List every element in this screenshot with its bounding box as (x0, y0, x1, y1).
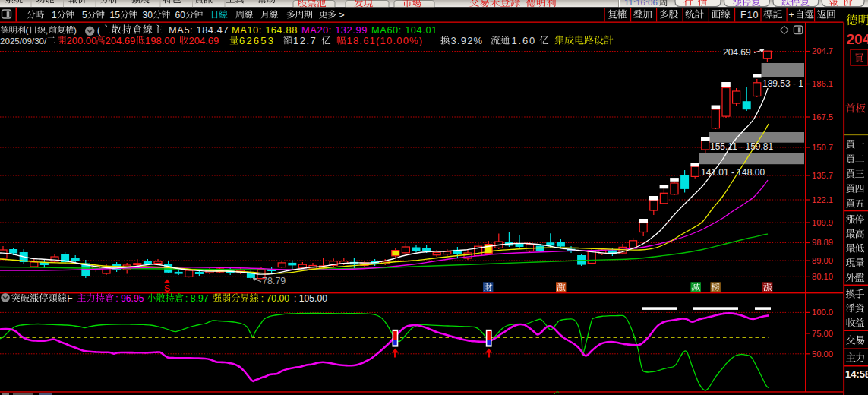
svg-text:204.69: 204.69 (106, 35, 136, 46)
svg-text:204.69: 204.69 (723, 47, 751, 58)
svg-text:,: , (46, 26, 48, 35)
svg-text:78.79: 78.79 (262, 276, 286, 286)
svg-text:30: 30 (143, 10, 153, 21)
svg-text:15: 15 (110, 10, 121, 21)
svg-text:60: 60 (175, 10, 186, 21)
svg-text:1: 1 (52, 10, 57, 21)
svg-text:100.0: 100.0 (812, 308, 833, 317)
svg-text:189.53 - 1: 189.53 - 1 (762, 78, 803, 89)
svg-text:89.00: 89.00 (812, 256, 833, 265)
svg-text:): ) (74, 26, 77, 35)
svg-text:167.5: 167.5 (812, 112, 833, 122)
svg-text:: 8.97: : 8.97 (185, 293, 209, 304)
svg-text:204.7: 204.7 (812, 46, 833, 55)
svg-text:3.92%: 3.92% (451, 35, 484, 46)
svg-text:98.89: 98.89 (812, 238, 833, 247)
svg-text:62653: 62653 (239, 35, 275, 46)
svg-text:>: > (339, 9, 345, 21)
svg-text:155.11 - 159.81: 155.11 - 159.81 (710, 141, 774, 152)
svg-text:MA20: 132.99: MA20: 132.99 (301, 24, 368, 36)
svg-text:S: S (164, 283, 170, 294)
svg-text:18.61(10.00%): 18.61(10.00%) (347, 35, 424, 46)
svg-text:141.01 - 148.00: 141.01 - 148.00 (701, 167, 765, 178)
svg-text:(: ( (26, 26, 29, 35)
svg-text:200.00: 200.00 (67, 35, 97, 46)
svg-text:109.9: 109.9 (812, 218, 833, 227)
svg-text:MA5: 184.47: MA5: 184.47 (169, 24, 229, 36)
svg-text:80.10: 80.10 (812, 272, 833, 281)
svg-text:75.00: 75.00 (812, 329, 833, 338)
svg-text:12.7: 12.7 (293, 35, 317, 46)
svg-text:11:16:06: 11:16:06 (624, 0, 658, 7)
svg-text:MA60: 104.01: MA60: 104.01 (371, 24, 437, 36)
svg-text:14:58: 14:58 (845, 368, 868, 380)
svg-text:204.69: 204.69 (847, 31, 868, 47)
svg-text:5: 5 (82, 10, 87, 21)
svg-text:F10: F10 (740, 10, 759, 21)
svg-text:135.7: 135.7 (812, 171, 833, 180)
svg-text:: 70.00: : 70.00 (261, 293, 289, 304)
svg-text:204.69: 204.69 (189, 35, 219, 46)
svg-text:186.1: 186.1 (812, 79, 833, 88)
svg-text:F: F (67, 293, 72, 304)
svg-text:: 96.95: : 96.95 (115, 293, 144, 304)
svg-text:+: + (789, 10, 794, 21)
svg-text:2025/09/30/: 2025/09/30/ (0, 36, 47, 46)
svg-text:: 105.00: : 105.00 (294, 293, 327, 304)
svg-text:MA10: 164.88: MA10: 164.88 (232, 24, 298, 36)
svg-text:198.00: 198.00 (145, 35, 175, 46)
svg-text:150.7: 150.7 (812, 143, 833, 152)
svg-text:122.1: 122.1 (812, 195, 833, 204)
svg-text:1.60: 1.60 (512, 35, 537, 46)
svg-text:50.00: 50.00 (812, 349, 833, 359)
